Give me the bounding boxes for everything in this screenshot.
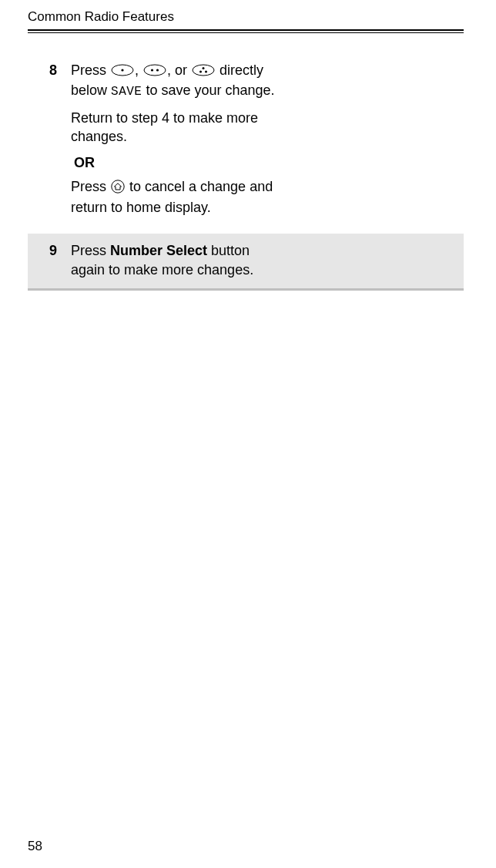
step-number: 8 [28,53,65,234]
step-text: Press Number Select button again to make… [65,234,283,288]
table-row: 9 Press Number Select button again to ma… [28,234,464,288]
text: Press [71,179,110,194]
bold-label: Number Select [110,243,207,258]
svg-point-1 [121,69,123,71]
instruction-paragraph: Press , , or directly below SAVE to save… [71,61,275,101]
header-rule [28,29,464,33]
end-rule-row [28,288,464,291]
or-label: OR [74,153,275,172]
svg-point-9 [112,180,124,193]
home-icon [111,180,125,198]
text: Press [71,243,110,258]
running-header: Common Radio Features [28,9,464,25]
table-row: 8 Press , , or directly below SAVE to sa… [28,53,464,234]
page-wrapper: Common Radio Features 8 Press , , or d [0,0,496,868]
step-number: 9 [28,234,65,288]
save-label: SAVE [111,85,142,99]
svg-point-5 [193,65,214,76]
steps-table: 8 Press , , or directly below SAVE to sa… [28,53,464,291]
page-number: 58 [28,839,42,854]
svg-point-4 [156,69,159,71]
table-end-rule [28,288,464,291]
empty-cell [283,234,464,288]
text: , [135,62,142,78]
svg-point-3 [151,69,153,71]
softkey-1dot-icon [111,62,134,81]
svg-point-8 [205,71,207,73]
step-text: Press , , or directly below SAVE to save… [65,53,283,234]
empty-cell [283,53,464,234]
instruction-paragraph: Return to step 4 to make more changes. [71,109,275,146]
text: Press [71,62,110,78]
svg-point-6 [203,67,205,69]
svg-point-7 [199,71,202,73]
svg-point-2 [144,65,166,76]
softkey-3dot-icon [192,62,215,81]
instruction-paragraph: Press to cancel a change and return to h… [71,177,275,217]
text: , or [167,62,191,78]
softkey-2dot-icon [143,62,166,81]
text: to save your change. [142,82,274,98]
